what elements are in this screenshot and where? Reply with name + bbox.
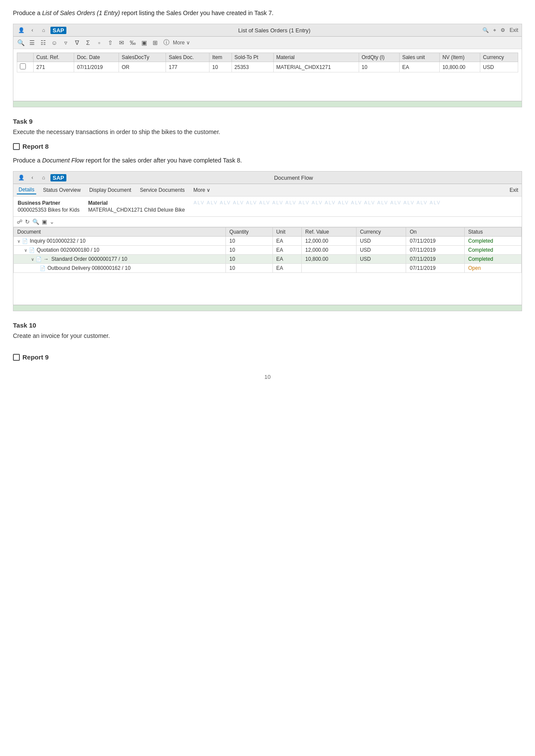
df-col-on: On [406, 228, 465, 237]
row-item: 10 [210, 62, 232, 72]
df-qty-2: 10 [226, 255, 273, 264]
df-col-status: Status [464, 228, 521, 237]
df-curr-0: USD [356, 237, 406, 246]
df-col-unit: Unit [272, 228, 301, 237]
df-unit-2: EA [272, 255, 301, 264]
detail-view-icon[interactable]: ☷ [38, 38, 48, 47]
df-curr-1: USD [356, 246, 406, 255]
df-on-1: 07/11/2019 [406, 246, 465, 255]
intro-paragraph: Produce a List of Sales Orders (1 Entry)… [13, 9, 522, 18]
tab-display-document[interactable]: Display Document [88, 186, 133, 194]
sales-orders-window: 👤 ‹ ⌂ SAP List of Sales Orders (1 Entry)… [13, 24, 522, 107]
back-icon[interactable]: ‹ [28, 26, 37, 34]
report9-icon [13, 354, 20, 361]
row-checkbox[interactable] [17, 62, 34, 72]
row-material: MATERIAL_CHDX1271 [273, 62, 359, 72]
df-refval-1: 12,000.00 [302, 246, 357, 255]
df-save-icon[interactable]: ☍ [17, 219, 22, 225]
col-material: Material [273, 53, 359, 62]
outbound-delivery-label: Outbound Delivery 0080000162 / 10 [47, 265, 131, 271]
cursor-icon[interactable]: ⌖ [493, 27, 496, 33]
doc-icon-0: 📄 [22, 238, 28, 244]
table-row[interactable]: 271 07/11/2019 OR 177 10 25353 MATERIAL_… [17, 62, 518, 72]
func-icon[interactable]: ▫ [94, 38, 104, 47]
tree-expand-1[interactable]: ∨ [24, 248, 27, 253]
col-cust-ref: Cust. Ref. [34, 53, 74, 62]
col-nv-item: NV (Item) [440, 53, 480, 62]
mail-icon[interactable]: ✉ [117, 38, 126, 47]
up-icon[interactable]: ⇧ [106, 38, 115, 47]
business-partner-col: Business Partner 0000025353 Bikes for Ki… [18, 200, 79, 213]
doc-flow-info: Business Partner 0000025353 Bikes for Ki… [13, 197, 522, 217]
percent-icon[interactable]: ‰ [128, 38, 138, 47]
df-curr-2: USD [356, 255, 406, 264]
doc-flow-statusbar [13, 305, 522, 311]
df-row-outbound-delivery[interactable]: 📄 Outbound Delivery 0080000162 / 10 10 E… [14, 264, 522, 273]
df-qty-3: 10 [226, 264, 273, 273]
doc-flow-tabs-bar: Details Status Overview Display Document… [13, 184, 522, 197]
titlebar-right: 🔍 ⌖ ⚙ Exit [482, 27, 518, 33]
df-doc-standard-order: ∨ 📄 → Standard Order 0000000177 / 10 [14, 255, 226, 264]
tab-more[interactable]: More ∨ [191, 186, 212, 194]
business-partner-label: Business Partner [18, 200, 79, 206]
report8-icon [13, 143, 20, 150]
df-status-0: Completed [464, 237, 521, 246]
row-cust-ref: 271 [34, 62, 74, 72]
df-status-3: Open [464, 264, 521, 273]
report8-description: Produce a Document Flow report for the s… [13, 156, 522, 165]
list-view-icon[interactable]: ☰ [27, 38, 37, 47]
tree-expand-2[interactable]: ∨ [31, 257, 34, 262]
row-sales-doc: 177 [166, 62, 210, 72]
grid-icon[interactable]: ▣ [139, 38, 149, 47]
col-doc-date: Doc. Date [74, 53, 119, 62]
more-button[interactable]: More ∨ [173, 40, 190, 46]
tab-details[interactable]: Details [17, 186, 36, 194]
info-icon[interactable]: ⓘ [162, 38, 171, 47]
df-grid-icon[interactable]: ▣ [42, 219, 47, 225]
task10-section: Task 10 Create an invoice for your custo… [13, 322, 522, 341]
doc-flow-table: Document Quantity Unit Ref. Value Curren… [13, 227, 522, 273]
tab-service-documents[interactable]: Service Documents [138, 186, 186, 194]
col-checkbox [17, 53, 34, 62]
df-person-icon[interactable]: 👤 [17, 173, 25, 182]
report8-title: Report 8 [22, 143, 49, 150]
df-unit-0: EA [272, 237, 301, 246]
filter2-icon[interactable]: ∇ [72, 38, 81, 47]
settings-icon[interactable]: ⚙ [501, 27, 505, 33]
person-toolbar-icon[interactable]: ☺ [50, 38, 59, 47]
df-home-icon[interactable]: ⌂ [39, 173, 48, 182]
doc-flow-body: Document Quantity Unit Ref. Value Curren… [13, 227, 522, 279]
sigma-icon[interactable]: Σ [83, 38, 93, 47]
df-row-inquiry[interactable]: ∨ 📄 Inquiry 0010000232 / 10 10 EA 12,000… [14, 237, 522, 246]
row-doc-date: 07/11/2019 [74, 62, 119, 72]
person-icon[interactable]: 👤 [17, 26, 25, 34]
df-exit-button[interactable]: Exit [510, 187, 518, 193]
col-currency: Currency [480, 53, 518, 62]
df-qty-1: 10 [226, 246, 273, 255]
material-col: Material MATERIAL_CHDX1271 Child Deluxe … [88, 200, 185, 213]
df-refresh-icon[interactable]: ↻ [25, 219, 30, 225]
df-row-standard-order[interactable]: ∨ 📄 → Standard Order 0000000177 / 10 10 … [14, 255, 522, 264]
home-icon[interactable]: ⌂ [39, 26, 48, 34]
df-col-quantity: Quantity [226, 228, 273, 237]
table-icon[interactable]: ⊞ [150, 38, 160, 47]
filter-icon[interactable]: ▿ [61, 38, 70, 47]
df-col-currency: Currency [356, 228, 406, 237]
search-icon[interactable]: 🔍 [482, 27, 489, 33]
df-back-icon[interactable]: ‹ [28, 173, 37, 182]
row-sold-to-pt: 25353 [232, 62, 273, 72]
document-flow-window: 👤 ‹ ⌂ SAP Document Flow Details Status O… [13, 171, 522, 311]
report8-label: Report 8 [13, 143, 522, 150]
exit-label[interactable]: Exit [510, 27, 518, 33]
df-doc-outbound: 📄 Outbound Delivery 0080000162 / 10 [14, 264, 226, 273]
quotation-label: Quotation 0020000180 / 10 [37, 247, 99, 253]
df-search-icon[interactable]: 🔍 [32, 219, 39, 225]
tab-status-overview[interactable]: Status Overview [41, 186, 82, 194]
df-dropdown-icon[interactable]: ⌄ [50, 219, 54, 225]
df-row-quotation[interactable]: ∨ 📄 Quotation 0020000180 / 10 10 EA 12,0… [14, 246, 522, 255]
tree-expand-0[interactable]: ∨ [17, 239, 20, 244]
search-toolbar-icon[interactable]: 🔍 [16, 38, 25, 47]
sap-logo: SAP [50, 27, 66, 34]
df-curr-3 [356, 264, 406, 273]
df-col-document: Document [14, 228, 226, 237]
